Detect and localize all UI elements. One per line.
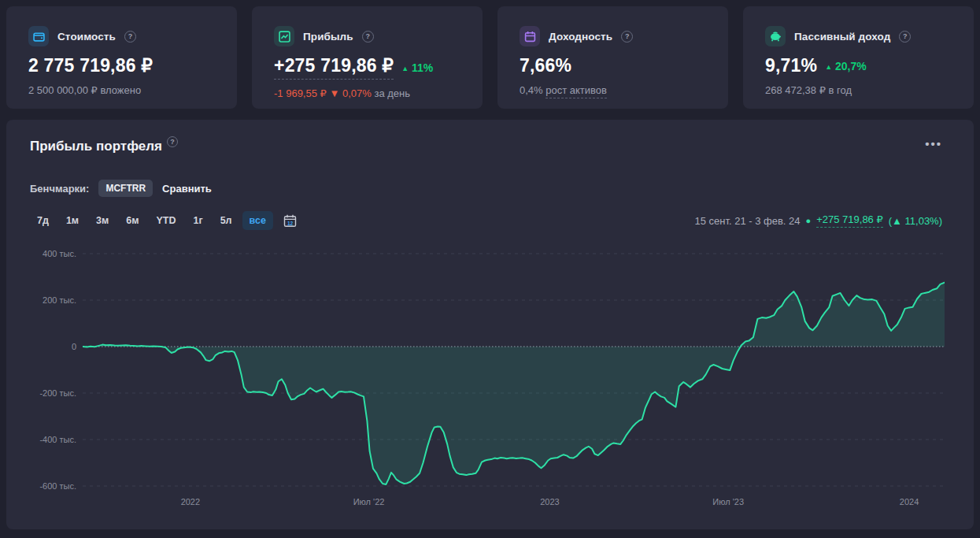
range-button-1м[interactable]: 1м [59,211,86,230]
y-axis-label: -200 тыс. [6,388,76,398]
passive-income-badge: ▲ 20,7% [825,60,867,72]
card-cost: Стоимость ? 2 775 719,86 ₽ 2 500 000,00 … [6,6,237,109]
svg-text:12: 12 [287,220,294,225]
period-summary: 15 сент. 21 - 3 фев. 24 ● +275 719,86 ₽ … [694,213,942,228]
piggy-bank-icon [765,26,786,46]
range-button-5л[interactable]: 5л [213,211,239,230]
range-button-6м[interactable]: 6м [119,211,146,230]
period-profit-percent: (▲ 11,03%) [889,215,942,227]
card-label: Пассивный доход [794,31,890,43]
y-axis-label: 200 тыс. [6,295,76,305]
yield-value: 7,66% [520,55,571,76]
asset-growth: 0,4% рост активов [520,84,708,96]
profit-chart-icon [274,26,294,46]
down-arrow-icon: ▼ [329,87,339,99]
help-icon[interactable]: ? [362,31,374,43]
wallet-icon [28,26,49,46]
benchmarks-row: Бенчмарки: MCFTRR Сравнить [30,180,212,197]
period-dates: 15 сент. 21 - 3 фев. 24 [694,215,800,227]
profit-chart-panel: Прибыль портфеля ? ••• Бенчмарки: MCFTRR… [6,120,974,529]
y-axis-label: -600 тыс. [6,481,76,491]
up-arrow-icon: ▲ [401,65,409,72]
card-passive-income: Пассивный доход ? 9,71% ▲ 20,7% 268 472,… [743,6,974,109]
series-dot-icon: ● [806,216,812,225]
range-button-ytd[interactable]: YTD [150,211,183,230]
x-axis-label: Июл '23 [712,497,744,506]
x-axis-label: Июл '22 [353,497,385,506]
card-profit: Прибыль ? +275 719,86 ₽ ▲ 11% -1 969,55 … [252,6,483,109]
period-profit-value[interactable]: +275 719,86 ₽ [816,213,883,228]
yearly-income: 268 472,38 ₽ в год [765,84,953,96]
range-button-все[interactable]: все [242,211,273,230]
portfolio-value: 2 775 719,86 ₽ [28,55,153,76]
x-axis-label: 2024 [900,497,919,506]
profit-change-badge: ▲ 11% [401,61,433,74]
profit-value[interactable]: +275 719,86 ₽ [274,55,394,80]
summary-cards: Стоимость ? 2 775 719,86 ₽ 2 500 000,00 … [0,0,980,109]
y-axis-label: -400 тыс. [6,435,76,444]
passive-income-value: 9,71% [765,55,817,76]
panel-title: Прибыль портфеля [30,139,162,154]
up-arrow-icon: ▲ [825,63,832,71]
compare-button[interactable]: Сравнить [162,183,212,195]
invested-amount: 2 500 000,00 ₽ вложено [28,84,216,96]
benchmarks-label: Бенчмарки: [30,183,89,195]
profit-area-chart[interactable] [83,248,945,492]
calendar-range-button[interactable]: 12 [283,213,298,228]
range-button-7д[interactable]: 7д [30,211,56,230]
daily-change: -1 969,55 ₽ ▼ 0,07% за день [274,87,462,99]
range-button-1г[interactable]: 1г [187,211,210,230]
calendar-icon [520,26,540,46]
help-icon[interactable]: ? [167,136,178,147]
x-axis-label: 2022 [181,497,200,506]
asset-growth-link[interactable]: рост активов [545,84,607,98]
benchmark-chip-mcftrr[interactable]: MCFTRR [98,180,153,197]
card-label: Стоимость [57,31,116,43]
panel-menu-button[interactable]: ••• [925,139,942,150]
card-label: Прибыль [303,31,353,43]
help-icon[interactable]: ? [621,31,633,43]
card-yield: Доходность ? 7,66% 0,4% рост активов [497,6,728,109]
y-axis-label: 0 [6,342,76,351]
card-label: Доходность [549,31,612,43]
help-icon[interactable]: ? [124,31,136,43]
help-icon[interactable]: ? [899,31,911,43]
x-axis-label: 2023 [540,497,559,506]
range-button-3м[interactable]: 3м [89,211,116,230]
y-axis-label: 400 тыс. [6,249,76,258]
range-selector: 7д1м3м6мYTD1г5лвсе 12 [30,211,298,230]
